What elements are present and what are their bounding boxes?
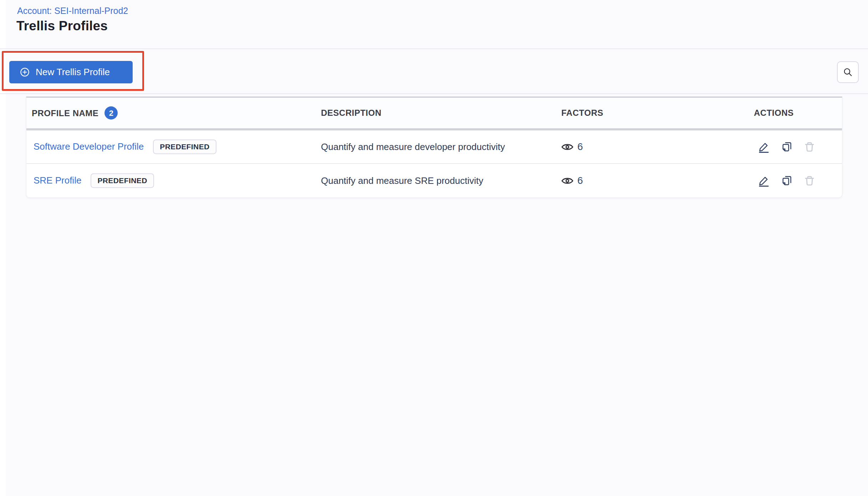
factors-cell: 6: [561, 141, 583, 153]
table-row: Software Developer Profile PREDEFINED Qu…: [26, 130, 842, 164]
plus-circle-icon: [19, 67, 30, 78]
trash-icon: [803, 175, 816, 187]
edit-button[interactable]: [758, 175, 770, 187]
page-title: Trellis Profiles: [16, 19, 108, 33]
eye-icon: [561, 143, 573, 151]
column-header-description: DESCRIPTION: [321, 108, 382, 118]
page-left-edge: [0, 0, 6, 496]
factors-count: 6: [577, 141, 583, 153]
toolbar-divider: [0, 93, 868, 94]
edit-button[interactable]: [758, 141, 770, 153]
delete-button[interactable]: [803, 141, 816, 153]
column-header-factors: FACTORS: [561, 108, 603, 118]
column-header-profile-name: PROFILE NAME: [32, 108, 98, 118]
profile-link[interactable]: SRE Profile: [34, 175, 81, 186]
eye-icon: [561, 176, 573, 185]
predefined-badge: PREDEFINED: [91, 173, 154, 188]
copy-icon: [781, 175, 793, 187]
new-trellis-profile-button[interactable]: New Trellis Profile: [9, 61, 133, 83]
factors-cell: 6: [561, 175, 583, 186]
table-header-row: PROFILE NAME 2 DESCRIPTION FACTORS ACTIO…: [26, 98, 842, 130]
edit-pencil-icon: [758, 175, 770, 187]
search-icon: [843, 67, 853, 77]
trellis-profiles-table: PROFILE NAME 2 DESCRIPTION FACTORS ACTIO…: [26, 97, 842, 198]
delete-button[interactable]: [803, 175, 816, 187]
account-breadcrumb-link[interactable]: Account: SEI-Internal-Prod2: [17, 6, 128, 16]
search-button[interactable]: [837, 61, 859, 83]
edit-pencil-icon: [758, 141, 770, 153]
new-trellis-profile-label: New Trellis Profile: [36, 67, 110, 78]
factors-count: 6: [577, 175, 583, 186]
profile-description: Quantify and measure developer productiv…: [321, 141, 505, 153]
predefined-badge: PREDEFINED: [153, 139, 216, 154]
copy-button[interactable]: [781, 141, 793, 153]
copy-button[interactable]: [781, 175, 793, 187]
profile-count-badge: 2: [104, 107, 118, 120]
column-header-actions: ACTIONS: [754, 108, 794, 118]
profile-link[interactable]: Software Developer Profile: [34, 141, 144, 153]
copy-icon: [781, 141, 793, 153]
title-divider: [0, 48, 868, 49]
trash-icon: [803, 141, 816, 153]
table-row: SRE Profile PREDEFINED Quantify and meas…: [26, 164, 842, 197]
profile-description: Quantify and measure SRE productivity: [321, 175, 483, 186]
